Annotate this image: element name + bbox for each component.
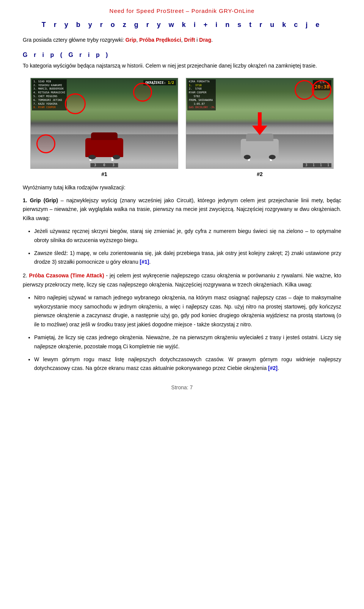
bullet-2-2: Pamiętaj, że liczy się czas jednego okrą…: [34, 333, 341, 351]
svg-marker-0: [252, 112, 267, 135]
bullet-1-1: Jeżeli używasz ręcznej skrzyni biegów, s…: [34, 227, 341, 245]
point1-label: 1. Grip (Grip): [23, 197, 58, 203]
red-circle-2: [65, 93, 86, 114]
screenshots-row: 1. SIAD MIB 2. YOSHIKU KAWKAMI 3. MARCIL…: [23, 78, 341, 169]
image2-label: #2: [186, 171, 334, 177]
main-heading: T r y b y r o z g r y w k i + i n s t r …: [23, 21, 341, 29]
variants-heading: Wyróżniamy tutaj kilka rodzajów rywaliza…: [23, 183, 341, 192]
page-footer: Strona: 7: [23, 384, 341, 390]
red-arrow: [252, 112, 267, 136]
bullet-2-1: Nitro najlepiej używać w ramach jednego …: [34, 293, 341, 329]
grip-heading: G r i p ( G r i p ): [23, 52, 341, 58]
point2-text: 2. Próba Czasowa (Time Attack) - jej cel…: [23, 271, 341, 290]
screenshot-2: KIRA FORDATTA 1. 3718 2. 5768 RYAM COOPE…: [186, 78, 334, 169]
red-circle-1: [133, 83, 152, 102]
grip-intro-text: To kategoria wyścigów będąca najstarszą …: [23, 61, 341, 70]
bullet-1-2: Zawsze śledź: 1) mapę, w celu zorientowa…: [34, 249, 341, 267]
red-circle-5: [312, 80, 331, 100]
page-header: Need for Speed ProStreet – Poradnik GRY-…: [23, 8, 341, 14]
bullets-list-1: Jeżeli używasz ręcznej skrzyni biegów, s…: [34, 227, 341, 267]
hash2-link[interactable]: [#2]: [268, 365, 278, 371]
point2-number: 2.: [23, 272, 27, 279]
red-circle-3: [36, 134, 55, 153]
point2-label: Próba Czasowa (Time Attack): [29, 272, 104, 279]
grip-link[interactable]: Grip: [126, 37, 136, 43]
page-header-title: Need for Speed ProStreet – Poradnik GRY-…: [110, 8, 255, 14]
images-labels: #1 #2: [23, 171, 341, 177]
bullets-list-2: Nitro najlepiej używać w ramach jednego …: [34, 293, 341, 373]
drag-link[interactable]: Drag: [199, 37, 211, 43]
proba-link[interactable]: Próba Prędkości: [139, 37, 181, 43]
bullet-2-3: W lewym górnym rogu masz listę najlepszy…: [34, 355, 341, 373]
screenshot-1: 1. SIAD MIB 2. YOSHIKU KAWKAMI 3. MARCIL…: [30, 78, 178, 169]
drift-link[interactable]: Drift: [184, 37, 195, 43]
intro-paragraph: Gra posiada cztery główne tryby rozgrywk…: [23, 36, 341, 44]
hash1-link[interactable]: [#1]: [140, 259, 149, 265]
image1-label: #1: [30, 171, 178, 177]
point1-text: 1. Grip (Grip) – najzwyklejszy wyścig (z…: [23, 196, 341, 223]
